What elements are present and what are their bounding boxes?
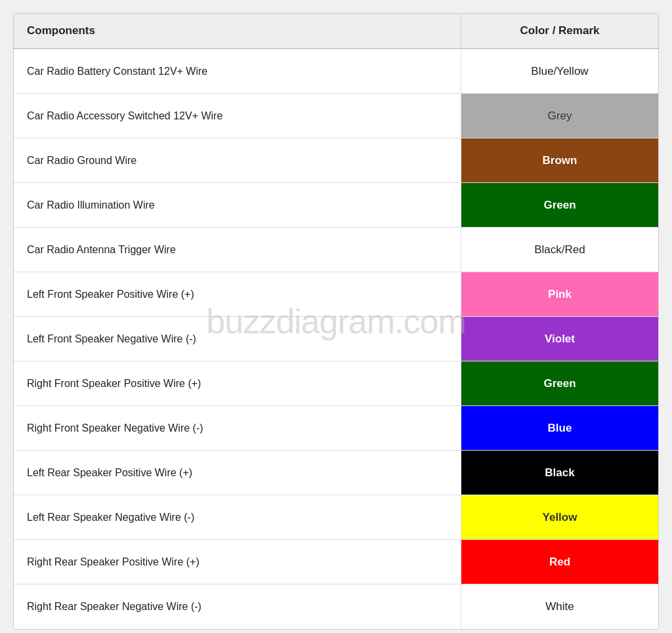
- color-cell: Black: [461, 451, 658, 495]
- component-cell: Left Front Speaker Positive Wire (+): [14, 272, 461, 316]
- color-badge: Red: [461, 540, 658, 584]
- color-badge: Grey: [461, 94, 658, 138]
- table-row: Left Rear Speaker Negative Wire (-)Yello…: [14, 495, 658, 540]
- component-cell: Left Rear Speaker Negative Wire (-): [14, 495, 461, 539]
- color-badge: Green: [461, 361, 658, 405]
- header-color-remark: Color / Remark: [461, 14, 658, 48]
- table-row: Car Radio Antenna Trigger WireBlack/Red: [14, 228, 658, 272]
- component-cell: Right Rear Speaker Negative Wire (-): [14, 584, 461, 629]
- color-badge: Blue/Yellow: [461, 49, 658, 93]
- color-cell: Pink: [461, 272, 658, 316]
- color-cell: Red: [461, 540, 658, 584]
- color-badge: Yellow: [461, 495, 658, 539]
- color-cell: Green: [461, 361, 658, 405]
- table-row: Right Front Speaker Positive Wire (+)Gre…: [14, 361, 658, 406]
- table-row: Right Rear Speaker Negative Wire (-)Whit…: [14, 584, 658, 629]
- color-cell: Blue: [461, 406, 658, 450]
- table-row: Car Radio Battery Constant 12V+ WireBlue…: [14, 49, 658, 94]
- table-header: Components Color / Remark: [14, 14, 658, 49]
- wiring-table: buzzdiagram.com Components Color / Remar…: [13, 13, 659, 630]
- table-row: Car Radio Ground WireBrown: [14, 138, 658, 183]
- component-cell: Car Radio Antenna Trigger Wire: [14, 228, 461, 272]
- color-cell: Yellow: [461, 495, 658, 539]
- component-cell: Left Front Speaker Negative Wire (-): [14, 317, 461, 361]
- component-cell: Car Radio Ground Wire: [14, 138, 461, 182]
- table-row: Left Rear Speaker Positive Wire (+)Black: [14, 451, 658, 495]
- component-cell: Car Radio Illumination Wire: [14, 183, 461, 227]
- table-row: Right Rear Speaker Positive Wire (+)Red: [14, 540, 658, 584]
- component-cell: Car Radio Battery Constant 12V+ Wire: [14, 49, 461, 93]
- color-cell: Green: [461, 183, 658, 227]
- component-cell: Car Radio Accessory Switched 12V+ Wire: [14, 94, 461, 138]
- color-cell: Blue/Yellow: [461, 49, 658, 93]
- color-badge: Pink: [461, 272, 658, 316]
- table-row: Car Radio Illumination WireGreen: [14, 183, 658, 228]
- header-components: Components: [14, 14, 461, 48]
- color-cell: Black/Red: [461, 228, 658, 272]
- component-cell: Left Rear Speaker Positive Wire (+): [14, 451, 461, 495]
- component-cell: Right Front Speaker Positive Wire (+): [14, 361, 461, 405]
- color-cell: Grey: [461, 94, 658, 138]
- component-cell: Right Front Speaker Negative Wire (-): [14, 406, 461, 450]
- table-body: Car Radio Battery Constant 12V+ WireBlue…: [14, 49, 658, 629]
- component-cell: Right Rear Speaker Positive Wire (+): [14, 540, 461, 584]
- color-badge: White: [461, 584, 658, 629]
- color-cell: White: [461, 584, 658, 629]
- color-badge: Brown: [461, 138, 658, 182]
- color-badge: Violet: [461, 317, 658, 361]
- table-row: Car Radio Accessory Switched 12V+ WireGr…: [14, 94, 658, 138]
- color-cell: Brown: [461, 138, 658, 182]
- table-row: Left Front Speaker Positive Wire (+)Pink: [14, 272, 658, 317]
- color-cell: Violet: [461, 317, 658, 361]
- color-badge: Black/Red: [461, 228, 658, 272]
- color-badge: Green: [461, 183, 658, 227]
- color-badge: Black: [461, 451, 658, 495]
- table-row: Left Front Speaker Negative Wire (-)Viol…: [14, 317, 658, 361]
- color-badge: Blue: [461, 406, 658, 450]
- table-row: Right Front Speaker Negative Wire (-)Blu…: [14, 406, 658, 451]
